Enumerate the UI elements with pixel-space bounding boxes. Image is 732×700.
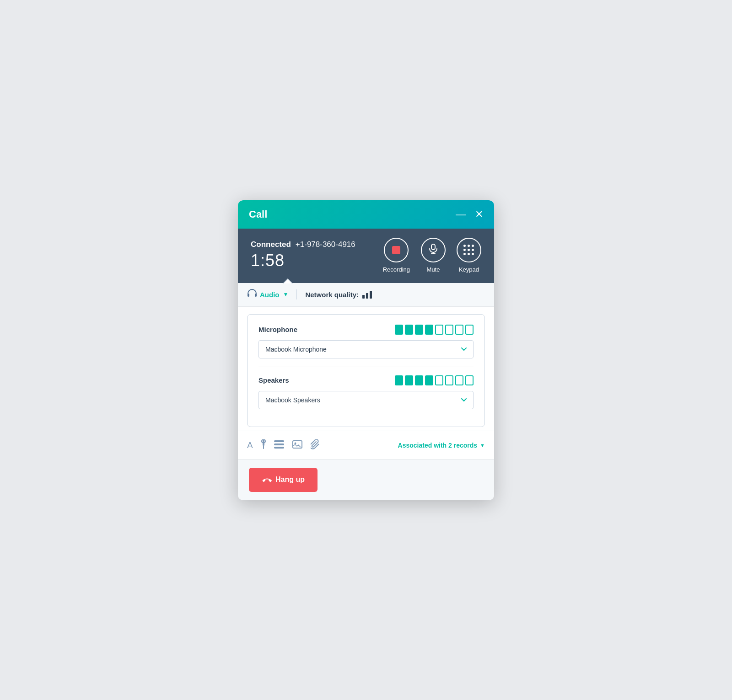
associated-chevron-icon: ▼ [480,443,485,448]
microphone-volume-bars [395,325,474,335]
speakers-label: Speakers [258,376,289,384]
audio-bar: Audio ▼ Network quality: [238,283,494,307]
headset-icon [247,289,257,301]
mic-bar-3 [415,325,423,335]
call-timer: 1:58 [251,251,355,270]
spk-bar-2 [405,375,413,385]
image-icon[interactable] [292,440,302,451]
spk-bar-1 [395,375,403,385]
svg-point-11 [294,442,296,444]
paperclip-icon[interactable] [311,439,320,452]
signal-bar-3 [370,291,372,299]
svg-rect-7 [274,440,284,442]
keypad-icon [463,245,474,256]
attachment-icon[interactable] [261,439,266,452]
signal-bar-2 [366,293,368,299]
microphone-header: Microphone [258,325,474,335]
phone-number: +1-978-360-4916 [296,240,355,249]
audio-section[interactable]: Audio ▼ [247,289,288,301]
connected-row: Connected +1-978-360-4916 [251,240,355,249]
minimize-button[interactable]: — [456,209,466,219]
title-bar: Call — ✕ [238,200,494,229]
audio-label: Audio [260,291,280,299]
keypad-button[interactable]: Keypad [457,238,481,273]
recording-button[interactable]: Recording [383,238,410,273]
hang-up-button[interactable]: Hang up [249,468,318,492]
signal-bars [362,290,372,299]
spk-bar-5 [435,375,443,385]
keypad-circle [457,238,481,262]
toolbar: A [238,431,494,459]
mute-circle [421,238,446,262]
spk-bar-8 [465,375,474,385]
svg-rect-3 [248,294,249,297]
microphone-select[interactable]: Macbook Microphone [258,340,474,358]
close-button[interactable]: ✕ [475,209,483,219]
signal-bar-1 [362,295,365,299]
mic-bar-8 [465,325,474,335]
recording-label: Recording [383,266,410,273]
phone-hang-icon [259,472,274,487]
window-title: Call [249,208,267,220]
associated-label: Associated with 2 records [398,442,478,449]
svg-rect-4 [255,294,257,297]
window-controls: — ✕ [456,209,483,219]
keypad-label: Keypad [459,266,479,273]
list-icon[interactable] [274,440,284,451]
status-bar: Connected +1-978-360-4916 1:58 Recording [238,229,494,283]
audio-chevron-icon: ▼ [283,291,289,298]
spk-bar-3 [415,375,423,385]
status-left: Connected +1-978-360-4916 1:58 [251,240,355,270]
svg-rect-8 [274,444,284,445]
associated-button[interactable]: Associated with 2 records ▼ [398,442,485,449]
call-controls: Recording Mute [383,238,481,273]
mute-button[interactable]: Mute [421,238,446,273]
mic-bar-2 [405,325,413,335]
spk-bar-7 [455,375,463,385]
connected-label: Connected [251,240,291,249]
recording-circle [384,238,409,262]
content-area: Microphone Macbook Microphone [238,314,494,459]
speakers-row: Speakers Macbook Speakers [258,375,474,409]
audio-divider [296,289,297,299]
call-window: Call — ✕ Connected +1-978-360-4916 1:58 … [238,200,494,500]
network-section: Network quality: [305,290,372,299]
record-icon [392,246,400,254]
speakers-volume-bars [395,375,474,385]
mic-bar-7 [455,325,463,335]
audio-dropdown-panel: Microphone Macbook Microphone [247,314,485,427]
mic-bar-5 [435,325,443,335]
svg-rect-9 [274,447,284,449]
spk-bar-4 [425,375,433,385]
mic-bar-1 [395,325,403,335]
speakers-header: Speakers [258,375,474,385]
network-label: Network quality: [305,291,359,299]
microphone-label: Microphone [258,326,297,333]
svg-rect-0 [431,244,435,250]
mic-bar-6 [445,325,453,335]
mic-bar-4 [425,325,433,335]
speakers-select[interactable]: Macbook Speakers [258,391,474,409]
settings-divider [258,367,474,367]
mic-icon [429,244,438,256]
text-format-icon[interactable]: A [247,440,253,450]
hang-up-label: Hang up [275,476,305,484]
microphone-row: Microphone Macbook Microphone [258,325,474,358]
spk-bar-6 [445,375,453,385]
mute-label: Mute [427,266,440,273]
hang-up-bar: Hang up [238,459,494,500]
